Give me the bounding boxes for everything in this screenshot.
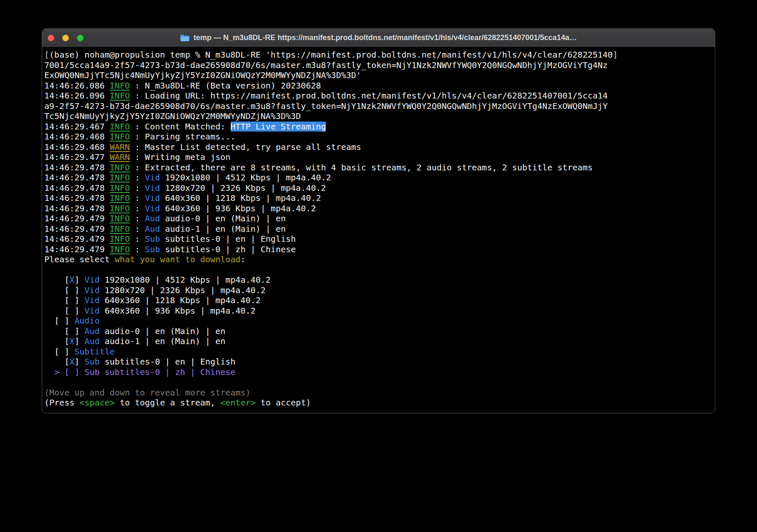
- window-title-text: temp — N_m3u8DL-RE https://manifest.prod…: [193, 33, 577, 42]
- text-plain: [: [44, 275, 69, 285]
- text-plain: 640x360 | 936 Kbps | mp4a.40.2: [99, 306, 255, 316]
- text-plain: 1920x1080 | 4512 Kbps | mp4a.40.2: [160, 172, 331, 182]
- text-plain: : Content Matched:: [130, 122, 231, 132]
- text-blue: Aud: [84, 326, 99, 336]
- traffic-lights: [48, 29, 84, 47]
- text-plain: :: [130, 213, 145, 223]
- desktop-background: temp — N_m3u8DL-RE https://manifest.prod…: [0, 0, 757, 532]
- text-plain: :: [130, 203, 145, 213]
- log-master-list: 14:46:29.468 WARN : Master List detected…: [44, 142, 713, 152]
- log-stream-vid-360a: 14:46:29.478 INFO : Vid 640x360 | 1218 K…: [44, 193, 713, 203]
- text-plain: 14:46:29.478: [44, 183, 110, 193]
- terminal-window: temp — N_m3u8DL-RE https://manifest.prod…: [42, 28, 715, 413]
- folder-icon: [180, 34, 190, 42]
- text-info: INFO: [110, 244, 130, 254]
- text-plain: 14:46:29.468: [44, 132, 110, 142]
- text-green: <enter>: [220, 398, 255, 408]
- text-plain: 1920x1080 | 4512 Kbps | mp4a.40.2: [99, 275, 270, 285]
- prompt-command-line-2: 7001/5cca14a9-2f57-4273-b73d-dae265908d7…: [44, 60, 713, 71]
- text-plain: [ ]: [44, 295, 84, 305]
- window-title: temp — N_m3u8DL-RE https://manifest.prod…: [180, 33, 577, 42]
- text-blue: Aud: [84, 336, 99, 346]
- text-info: INFO: [110, 81, 130, 91]
- text-plain: :: [130, 234, 145, 244]
- log-stream-aud-1: 14:46:29.479 INFO : Aud audio-1 | en (Ma…: [44, 224, 713, 234]
- stream-option-sub-en: [X] Sub subtitles-0 | en | English: [44, 357, 713, 367]
- text-plain: : Parsing streams...: [130, 132, 236, 142]
- blank-line: [44, 377, 713, 388]
- text-plain: ]: [74, 275, 84, 285]
- text-plain: to accept): [256, 398, 311, 408]
- text-blue: Vid: [84, 275, 99, 285]
- text-blue: Aud: [145, 213, 160, 223]
- text-plain: : N_m3u8DL-RE (Beta version) 20230628: [130, 81, 321, 91]
- text-green: <space>: [79, 398, 114, 408]
- text-blue: Aud: [145, 224, 160, 234]
- text-plain: 640x360 | 1218 Kbps | mp4a.40.2: [99, 295, 260, 305]
- text-blue: Vid: [84, 306, 99, 316]
- text-info: INFO: [110, 162, 130, 172]
- text-info: INFO: [110, 91, 130, 101]
- text-plain: 14:46:29.479: [44, 213, 110, 223]
- text-plain: [ ]: [44, 306, 84, 316]
- log-loading-url-1: 14:46:26.096 INFO : Loading URL: https:/…: [44, 91, 713, 101]
- text-info: INFO: [110, 132, 130, 142]
- text-plain: (base) noham@propulsion temp % N_m3u8DL-…: [49, 50, 613, 60]
- text-plain: 1280x720 | 2326 Kbps | mp4a.40.2: [99, 285, 265, 295]
- text-plain: (Press: [44, 398, 79, 408]
- minimize-button[interactable]: [62, 35, 69, 41]
- text-blue: Subtitle: [74, 347, 114, 357]
- text-blue: Sub: [145, 234, 160, 244]
- log-stream-sub-zh: 14:46:29.479 INFO : Sub subtitles-0 | zh…: [44, 244, 713, 255]
- text-plain: 14:46:29.478: [44, 172, 110, 182]
- text-info: INFO: [110, 224, 130, 234]
- text-plain: : Master List detected, try parse all st…: [130, 142, 361, 152]
- text-blue: Sub: [84, 357, 99, 367]
- text-plain: [ ]: [44, 285, 84, 295]
- text-plain: 14:46:26.096: [44, 91, 110, 101]
- terminal-output[interactable]: [(base) noham@propulsion temp % N_m3u8DL…: [42, 47, 715, 410]
- stream-group-subtitle: [ ] Subtitle: [44, 347, 713, 357]
- window-titlebar[interactable]: temp — N_m3u8DL-RE https://manifest.prod…: [42, 29, 715, 47]
- text-blue: Vid: [145, 203, 160, 213]
- text-mark: [: [44, 50, 49, 60]
- text-blue: Vid: [84, 295, 99, 305]
- log-content-matched: 14:46:29.467 INFO : Content Matched: HTT…: [44, 122, 713, 132]
- text-plain: :: [130, 224, 145, 234]
- text-plain: subtitles-0 | en | English: [160, 234, 296, 244]
- text-blue: Sub: [145, 244, 160, 254]
- prompt-command-line-3: ExOWQ0NmJjYTc5Njc4NmUyYjkyZjY5YzI0ZGNiOW…: [44, 70, 713, 81]
- log-writing-meta: 14:46:29.477 WARN : Writing meta json: [44, 152, 713, 162]
- hint-scroll: (Move up and down to reveal more streams…: [44, 388, 713, 398]
- stream-option-vid-720: [ ] Vid 1280x720 | 2326 Kbps | mp4a.40.2: [44, 285, 713, 296]
- zoom-button[interactable]: [77, 35, 84, 41]
- text-plain: 14:46:29.477: [44, 152, 110, 162]
- stream-option-vid-360a: [ ] Vid 640x360 | 1218 Kbps | mp4a.40.2: [44, 295, 713, 306]
- text-warn: WARN: [110, 152, 130, 162]
- text-yellow: what you want to download: [115, 254, 241, 264]
- text-plain: [: [44, 336, 69, 346]
- text-blue: X: [69, 275, 74, 285]
- text-plain: audio-1 | en (Main) | en: [99, 336, 225, 346]
- log-extracted-summary: 14:46:29.478 INFO : Extracted, there are…: [44, 162, 713, 173]
- text-plain: 1280x720 | 2326 Kbps | mp4a.40.2: [160, 183, 326, 193]
- text-plain: audio-1 | en (Main) | en: [160, 224, 286, 234]
- text-plain: 14:46:29.479: [44, 234, 110, 244]
- text-plain: Tc5Njc4NmUyYjkyZjY5YzI0ZGNiOWQzY2M0MWYyN…: [44, 111, 301, 121]
- text-plain: :: [130, 244, 145, 254]
- text-plain: ExOWQ0NmJjYTc5Njc4NmUyYjkyZjY5YzI0ZGNiOW…: [44, 70, 361, 80]
- text-plain: :: [130, 183, 145, 193]
- text-plain: audio-0 | en (Main) | en: [160, 213, 286, 223]
- text-info: INFO: [110, 183, 130, 193]
- text-plain: 14:46:29.479: [44, 224, 110, 234]
- text-plain: a9-2f57-4273-b73d-dae265908d70/6s/master…: [44, 101, 608, 111]
- text-info: INFO: [110, 172, 130, 182]
- stream-group-audio: [ ] Audio: [44, 316, 713, 326]
- log-loading-url-3: Tc5Njc4NmUyYjkyZjY5YzI0ZGNiOWQzY2M0MWYyN…: [44, 111, 713, 122]
- text-plain: 14:46:29.468: [44, 142, 110, 152]
- text-plain: ]: [74, 336, 84, 346]
- close-button[interactable]: [48, 35, 54, 41]
- log-loading-url-2: a9-2f57-4273-b73d-dae265908d70/6s/master…: [44, 101, 713, 111]
- stream-option-aud-0: [ ] Aud audio-0 | en (Main) | en: [44, 326, 713, 337]
- text-plain: to toggle a stream,: [115, 398, 221, 408]
